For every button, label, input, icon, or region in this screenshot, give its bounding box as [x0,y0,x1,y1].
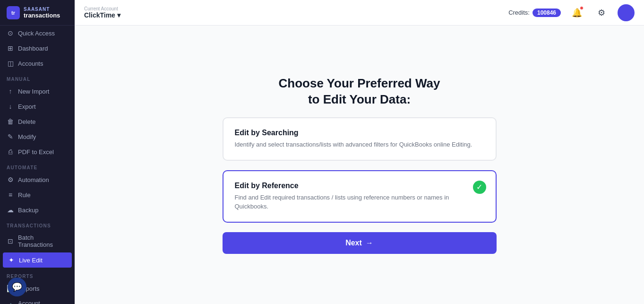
logo-icon: tr [7,6,20,19]
sidebar-item-label: Export [18,103,36,110]
sidebar-item-backup[interactable]: ☁ Backup [0,202,75,217]
credits-value: 100846 [532,9,561,17]
notification-dot [580,6,584,10]
option-title: Edit by Reference [235,182,484,190]
option-title: Edit by Searching [235,129,484,137]
account-selector[interactable]: ClickTime ▾ [84,11,120,19]
sidebar-item-batch-transactions[interactable]: ⊡ Batch Transactions [0,230,75,252]
content-area: Choose Your Preferred Way to Edit Your D… [75,26,644,304]
next-button-label: Next [345,239,362,247]
accounts-icon: ◫ [7,60,14,67]
sidebar-item-new-import[interactable]: ↑ New Import [0,84,75,99]
option-description: Identify and select transactions/lists w… [235,140,484,149]
new-import-icon: ↑ [7,87,14,95]
gear-icon: ⚙ [598,8,605,18]
credits-badge: Credits: 100846 [508,9,561,17]
sidebar: tr saasant transactions ⊙ Quick Access ⊞… [0,0,75,304]
sidebar-item-delete[interactable]: 🗑 Delete [0,114,75,129]
page-title-line1: Choose Your Preferred Way [279,76,440,90]
sidebar-item-label: Automation [18,176,49,183]
sidebar-item-label: New Import [18,88,49,95]
current-account-label: Current Account [84,6,120,11]
chat-icon: 💬 [12,282,22,292]
next-arrow-icon: → [366,239,373,247]
main-area: Current Account ClickTime ▾ Credits: 100… [75,0,644,304]
sidebar-item-modify[interactable]: ✎ Modify [0,129,75,144]
sidebar-item-live-edit[interactable]: ✦ Live Edit [3,252,72,268]
batch-icon: ⊡ [7,237,14,245]
next-button[interactable]: Next → [223,232,497,254]
section-automate: AUTOMATE [0,161,75,172]
live-edit-icon: ✦ [8,256,15,264]
sidebar-item-accounts[interactable]: ◫ Accounts [0,56,75,71]
sidebar-item-label: Accounts [18,60,43,67]
logo-text: saasant transactions [24,7,60,19]
logo-brand: saasant [24,7,60,12]
sidebar-item-label: Account Summary [18,300,68,304]
sidebar-item-label: Modify [18,133,36,140]
section-manual: MANUAL [0,73,75,84]
sidebar-item-label: Dashboard [18,45,48,52]
page-title-line2: to Edit Your Data: [308,92,411,106]
sidebar-item-account-summary[interactable]: 📋 Account Summary [0,296,75,304]
option-edit-by-searching[interactable]: Edit by Searching Identify and select tr… [223,117,497,161]
sidebar-item-label: Rule [18,191,31,199]
sidebar-logo[interactable]: tr saasant transactions [0,0,75,26]
sidebar-item-label: Live Edit [19,257,43,264]
quick-access-icon: ⊙ [7,29,14,37]
logo-product: transactions [24,12,60,19]
section-transactions: TRANSACTIONS [0,219,75,230]
sidebar-item-label: Quick Access [18,30,55,37]
header-left: Current Account ClickTime ▾ [84,6,120,19]
sidebar-item-label: Batch Transactions [18,234,68,248]
settings-button[interactable]: ⚙ [593,4,610,21]
selected-check-icon: ✓ [473,181,486,194]
sidebar-item-label: PDF to Excel [18,148,54,156]
option-description: Find and Edit required transactions / li… [235,193,484,211]
pdf-icon: ⎙ [7,148,14,156]
option-container: Choose Your Preferred Way to Edit Your D… [223,76,497,253]
dashboard-icon: ⊞ [7,44,14,52]
sidebar-item-quick-access[interactable]: ⊙ Quick Access [0,26,75,41]
credits-label: Credits: [508,9,530,16]
sidebar-item-pdf-to-excel[interactable]: ⎙ PDF to Excel [0,144,75,159]
option-edit-by-reference[interactable]: Edit by Reference Find and Edit required… [223,170,497,223]
chevron-down-icon: ▾ [117,11,120,19]
delete-icon: 🗑 [7,118,14,125]
avatar[interactable] [618,4,635,21]
backup-icon: ☁ [7,206,14,214]
sidebar-item-export[interactable]: ↓ Export [0,99,75,114]
header-right: Credits: 100846 🔔 ⚙ [508,4,635,21]
notifications-button[interactable]: 🔔 [568,4,585,21]
automation-icon: ⚙ [7,176,14,183]
sidebar-item-label: Backup [18,207,38,214]
account-name: ClickTime [84,11,115,19]
sidebar-item-dashboard[interactable]: ⊞ Dashboard [0,41,75,56]
sidebar-item-automation[interactable]: ⚙ Automation [0,172,75,187]
page-title: Choose Your Preferred Way to Edit Your D… [279,76,440,108]
modify-icon: ✎ [7,133,14,140]
rule-icon: ≡ [7,191,14,199]
sidebar-item-rule[interactable]: ≡ Rule [0,187,75,202]
export-icon: ↓ [7,103,14,110]
header: Current Account ClickTime ▾ Credits: 100… [75,0,644,26]
sidebar-item-label: Delete [18,118,36,125]
chat-bubble-button[interactable]: 💬 [8,278,26,296]
